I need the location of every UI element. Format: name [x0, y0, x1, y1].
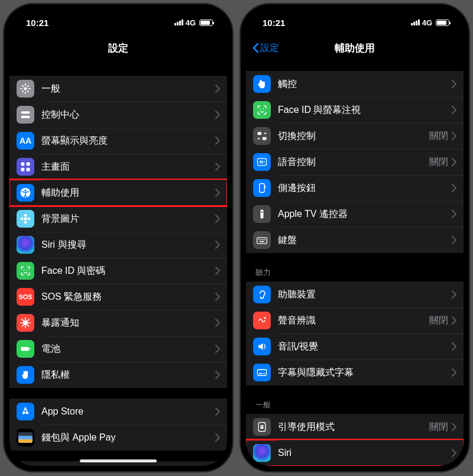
battery-icon [17, 340, 34, 358]
chevron-right-icon [452, 449, 456, 457]
settings-row[interactable]: 暴露通知 [9, 310, 227, 336]
voice-icon [253, 153, 271, 171]
svg-point-12 [21, 218, 24, 221]
settings-row[interactable]: 鍵盤 [246, 227, 464, 253]
svg-rect-37 [261, 210, 264, 219]
status-right: 4G [411, 18, 449, 27]
settings-row[interactable]: 電池 [9, 336, 227, 362]
row-label: SOS 緊急服務 [41, 291, 215, 303]
svg-rect-34 [258, 158, 267, 166]
svg-rect-35 [260, 184, 264, 193]
settings-row[interactable]: 語音控制關閉 [246, 149, 464, 175]
settings-row[interactable]: 側邊按鈕 [246, 175, 464, 201]
settings-row[interactable]: Siri [246, 440, 464, 466]
settings-row[interactable]: 觸控 [246, 71, 464, 97]
svg-line-25 [22, 325, 24, 326]
svg-point-16 [27, 270, 28, 271]
battery-icon [436, 20, 449, 26]
svg-point-9 [24, 218, 27, 221]
caption-icon [253, 364, 271, 381]
settings-row[interactable]: 輔助使用 [9, 180, 227, 206]
audio-icon [253, 338, 271, 355]
status-time: 10:21 [26, 18, 48, 28]
svg-point-10 [24, 214, 27, 217]
status-right: 4G [174, 18, 213, 27]
svg-rect-39 [257, 238, 267, 244]
svg-rect-5 [21, 168, 25, 171]
svg-point-45 [264, 317, 265, 319]
network-label: 4G [186, 18, 196, 27]
row-label: 錢包與 Apple Pay [41, 432, 215, 444]
chevron-right-icon [215, 345, 220, 353]
settings-row[interactable]: 隱私權 [9, 362, 227, 388]
row-label: 控制中心 [41, 109, 215, 121]
row-label: 字幕與隱藏式字幕 [278, 367, 452, 379]
settings-row[interactable]: App Store [9, 399, 227, 425]
guided-icon [253, 418, 271, 436]
settings-row[interactable]: Face ID 與密碼 [9, 258, 227, 284]
svg-rect-3 [21, 163, 25, 166]
svg-point-38 [261, 211, 263, 213]
settings-row[interactable]: 控制中心 [9, 102, 227, 128]
notch [68, 9, 169, 25]
row-label: 輔助使用 [41, 187, 215, 199]
row-value: 關閉 [429, 130, 448, 143]
chevron-right-icon [215, 371, 220, 379]
hand-icon [17, 366, 34, 384]
row-label: 電池 [41, 343, 215, 355]
back-button[interactable]: 設定 [252, 35, 279, 60]
row-value: 關閉 [429, 156, 448, 169]
grid-icon [17, 158, 34, 176]
nav-bar: 設定 [9, 35, 227, 60]
settings-row[interactable]: 字幕與隱藏式字幕 [246, 360, 464, 386]
accessibility-list[interactable]: 觸控Face ID 與螢幕注視切換控制關閉語音控制關閉側邊按鈕Apple TV … [246, 60, 464, 466]
settings-row[interactable]: 音訊/視覺 [246, 333, 464, 360]
svg-point-31 [263, 109, 264, 110]
row-label: 鍵盤 [278, 234, 452, 247]
settings-row[interactable]: 主畫面 [9, 154, 227, 180]
settings-group: 一般控制中心AA螢幕顯示與亮度主畫面輔助使用背景圖片Siri 與搜尋Face I… [9, 76, 227, 388]
settings-row[interactable]: SOSSOS 緊急服務 [9, 284, 227, 310]
row-label: 背景圖片 [41, 213, 215, 225]
chevron-right-icon [215, 137, 220, 145]
settings-row[interactable]: 助聽裝置 [246, 281, 464, 307]
remote-icon [253, 205, 271, 223]
settings-row[interactable]: 切換控制關閉 [246, 123, 464, 149]
settings-row[interactable]: AA螢幕顯示與亮度 [9, 128, 227, 154]
svg-point-52 [258, 449, 267, 458]
settings-group: 觸控Face ID 與螢幕注視切換控制關閉語音控制關閉側邊按鈕Apple TV … [246, 71, 464, 253]
svg-rect-48 [264, 373, 265, 374]
row-value: 關閉 [429, 421, 448, 433]
svg-rect-33 [263, 137, 267, 140]
settings-row[interactable]: 引導使用模式關閉 [246, 414, 464, 440]
svg-point-0 [24, 88, 27, 90]
row-label: 螢幕顯示與亮度 [41, 135, 215, 147]
settings-row[interactable]: 錢包與 Apple Pay [9, 425, 227, 451]
settings-row[interactable]: Apple TV 遙控器 [246, 201, 464, 227]
home-indicator[interactable] [80, 459, 157, 462]
row-label: 音訊/視覺 [278, 341, 452, 353]
settings-row[interactable]: 聲音辨識關閉 [246, 307, 464, 333]
chevron-left-icon [252, 43, 259, 53]
svg-rect-40 [258, 239, 260, 240]
row-label: Apple TV 遙控器 [278, 208, 452, 221]
svg-rect-46 [258, 370, 267, 375]
settings-row[interactable]: 一般 [9, 76, 227, 102]
svg-rect-43 [264, 239, 265, 240]
faceid-icon [253, 101, 271, 119]
chevron-right-icon [215, 293, 220, 301]
svg-line-22 [22, 319, 24, 321]
row-label: 隱私權 [41, 369, 215, 381]
svg-rect-44 [260, 241, 264, 242]
settings-row[interactable]: 背景圖片 [9, 206, 227, 232]
chevron-right-icon [215, 267, 220, 275]
settings-group: 聽力助聽裝置聲音辨識關閉音訊/視覺字幕與隱藏式字幕 [246, 264, 464, 386]
settings-list[interactable]: 一般控制中心AA螢幕顯示與亮度主畫面輔助使用背景圖片Siri 與搜尋Face I… [9, 60, 227, 466]
row-label: App Store [41, 406, 215, 417]
key-icon [17, 465, 34, 466]
page-title: 輔助使用 [335, 41, 375, 55]
settings-row[interactable]: Siri 與搜尋 [9, 232, 227, 258]
settings-row[interactable]: Face ID 與螢幕注視 [246, 97, 464, 123]
appstore-icon [17, 403, 34, 420]
row-label: 主畫面 [41, 161, 215, 173]
